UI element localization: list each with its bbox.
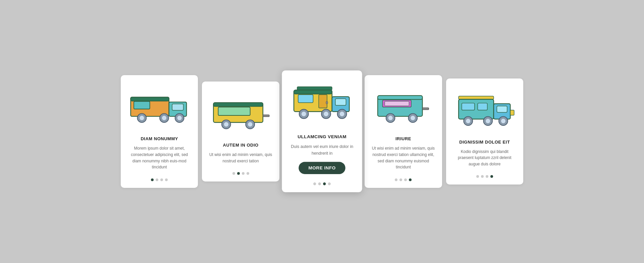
svg-rect-12 <box>214 102 263 106</box>
truck-icon-5 <box>453 87 517 134</box>
card-3-dots <box>313 180 331 186</box>
svg-rect-14 <box>263 115 269 117</box>
dot-2-1 <box>237 172 240 175</box>
svg-rect-22 <box>298 95 313 103</box>
dot-3-3 <box>328 182 331 185</box>
svg-rect-26 <box>335 99 346 106</box>
dot-5-1 <box>481 175 484 178</box>
card-1: DIAM NONUMMY Morem ipsum dolor sit amet,… <box>121 75 198 188</box>
card-3: ULLAMCING VENIAM Duis autem vel eum iriu… <box>282 70 362 192</box>
card-4: IRIURE Ut wisi enim ad minim veniam, qui… <box>365 75 442 188</box>
card-1-title: DIAM NONUMMY <box>141 136 178 141</box>
truck-icon-1 <box>127 83 191 130</box>
svg-point-18 <box>248 122 253 126</box>
card-2-text: Ut wisi enim ad minim veniam, quis nostr… <box>209 152 272 164</box>
card-1-text: Morem ipsum dolor sit amet, consectetuer… <box>127 145 191 170</box>
svg-point-39 <box>388 116 393 120</box>
dot-4-1 <box>399 178 402 181</box>
svg-point-10 <box>177 116 182 120</box>
svg-rect-13 <box>218 107 250 115</box>
dot-5-3 <box>490 175 493 178</box>
svg-rect-24 <box>326 102 328 104</box>
card-5-dots <box>476 172 493 178</box>
svg-rect-4 <box>172 104 183 110</box>
card-4-title: IRIURE <box>395 136 411 141</box>
svg-rect-36 <box>385 101 409 106</box>
dot-3-1 <box>318 182 321 185</box>
svg-point-41 <box>411 116 415 120</box>
card-3-text: Duis autem vel eum iriure dolor in hendr… <box>289 144 355 157</box>
svg-rect-1 <box>131 97 169 101</box>
dot-2-0 <box>232 172 235 175</box>
svg-rect-45 <box>478 103 487 110</box>
dot-1-3 <box>165 178 168 181</box>
svg-rect-21 <box>294 90 332 94</box>
svg-rect-37 <box>423 108 429 110</box>
card-4-text: Ut wisi enim ad minim veniam, quis nostr… <box>371 145 435 170</box>
dot-5-2 <box>486 175 488 178</box>
svg-point-50 <box>466 119 470 123</box>
svg-point-52 <box>486 119 490 123</box>
svg-rect-47 <box>497 106 507 112</box>
truck-icon-4 <box>371 83 435 130</box>
dot-4-3 <box>409 178 412 181</box>
svg-rect-42 <box>459 96 494 100</box>
svg-point-6 <box>140 116 144 120</box>
dot-1-0 <box>151 178 154 181</box>
dot-5-0 <box>476 175 479 178</box>
card-1-dots <box>151 176 168 181</box>
svg-rect-2 <box>134 101 150 109</box>
card-2: AUTEM IN ODIO Ut wisi enim ad minim veni… <box>202 82 279 181</box>
dot-3-2 <box>323 182 326 185</box>
svg-rect-44 <box>462 103 474 110</box>
card-2-dots <box>232 169 249 175</box>
card-5-title: DIGNISSIM DOLOE EIT <box>459 140 510 145</box>
card-5-text: Kodio dignissim qui blandit praesent lup… <box>453 149 517 167</box>
card-3-title: ULLAMCING VENIAM <box>298 134 346 140</box>
svg-rect-23 <box>319 95 327 108</box>
card-2-title: AUTEM IN ODIO <box>223 143 259 148</box>
dot-4-2 <box>404 178 407 181</box>
card-5: DIGNISSIM DOLOE EIT Kodio dignissim qui … <box>446 78 523 185</box>
svg-point-8 <box>162 116 166 120</box>
more-info-button[interactable]: MORE INFO <box>299 162 345 174</box>
dot-1-1 <box>156 178 158 181</box>
dot-4-0 <box>395 178 397 181</box>
dot-1-2 <box>160 178 163 181</box>
svg-point-16 <box>224 122 228 126</box>
truck-icon-3 <box>289 79 355 128</box>
truck-icon-2 <box>209 90 272 137</box>
svg-point-54 <box>501 119 505 123</box>
cards-container: DIAM NONUMMY Morem ipsum dolor sit amet,… <box>121 73 523 190</box>
dot-2-2 <box>242 172 245 175</box>
svg-rect-48 <box>510 110 514 115</box>
dot-3-0 <box>313 182 316 185</box>
svg-rect-34 <box>378 96 422 99</box>
dot-2-3 <box>247 172 249 175</box>
card-4-dots <box>395 176 412 181</box>
